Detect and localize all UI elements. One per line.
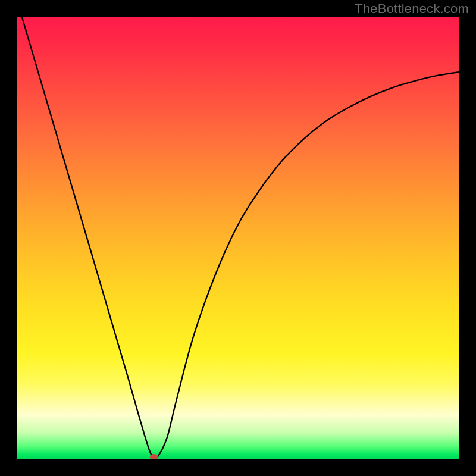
watermark-text: TheBottleneck.com <box>355 1 469 17</box>
chart-frame: TheBottleneck.com <box>0 0 476 476</box>
bottleneck-chart <box>17 17 459 459</box>
curve-path <box>17 17 459 458</box>
